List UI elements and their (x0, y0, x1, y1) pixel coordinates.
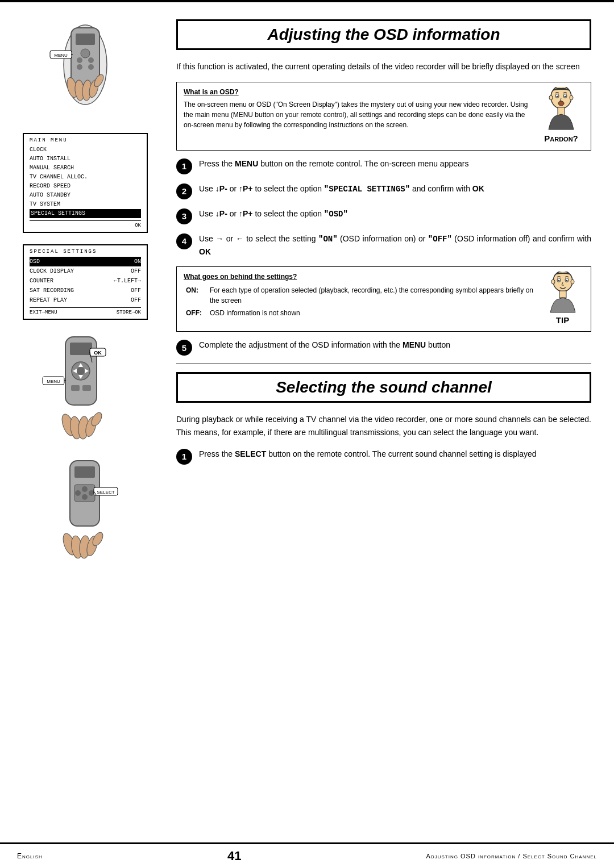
remote-hand-svg-2: OK MENU (40, 331, 131, 456)
svg-point-66 (551, 279, 555, 284)
pardon-box-text: What is an OSD? The on-screen menu or OS… (184, 87, 533, 130)
menu-item-auto-install: AUTO INSTALL (30, 155, 141, 164)
svg-text:OK: OK (94, 350, 102, 356)
page: MENU MAIN MENU CLOCK AUTO INSTALL MANUAL… (0, 0, 614, 868)
settings-counter-value: ←T.LEFT→ (114, 276, 141, 286)
section2-step1-number: 1 (176, 449, 192, 465)
settings-repeat-row: REPEAT PLAY OFF (30, 295, 141, 305)
settings-sat-value: OFF (131, 286, 141, 295)
tip-box-title: What goes on behind the settings? (184, 272, 536, 282)
tip-off-text: OSD information is not shown (208, 307, 536, 319)
settings-exit-label: EXIT→MENU (30, 310, 57, 315)
settings-footer: EXIT→MENU STORE→OK (30, 307, 141, 315)
svg-point-59 (570, 95, 573, 100)
settings-repeat-label: REPEAT PLAY (30, 295, 67, 305)
svg-text:SELECT: SELECT (97, 490, 114, 495)
svg-point-56 (564, 96, 566, 98)
step4: 4 Use → or ← to select the setting "ON" … (176, 232, 591, 258)
main-menu-title: MAIN MENU (30, 137, 141, 143)
menu-ok-label: OK (135, 223, 141, 228)
pardon-box-title: What is an OSD? (184, 87, 533, 97)
main-menu-footer: OK (30, 220, 141, 228)
svg-point-42 (75, 490, 81, 496)
settings-repeat-value: OFF (131, 295, 141, 305)
svg-rect-2 (76, 34, 95, 45)
menu-item-auto-standby: AUTO STANDBY (30, 191, 141, 200)
remote-menu-figure: MENU (48, 19, 122, 122)
section1-intro: If this function is activated, the curre… (176, 60, 591, 73)
svg-point-41 (82, 494, 88, 500)
svg-rect-30 (71, 385, 80, 391)
svg-rect-38 (74, 466, 95, 478)
svg-rect-68 (559, 291, 566, 298)
tip-off-label: OFF: (184, 307, 208, 319)
settings-sat-row: SAT RECORDING OFF (30, 286, 141, 295)
svg-point-40 (82, 486, 88, 492)
settings-store-label: STORE→OK (117, 310, 141, 315)
section-divider (176, 364, 591, 364)
pardon-character-svg (543, 87, 580, 132)
step5-text: Complete the adjustment of the OSD infor… (199, 339, 591, 351)
left-column: MENU MAIN MENU CLOCK AUTO INSTALL MANUAL… (0, 14, 165, 842)
tip-on-text: For each type of operation selected (pla… (208, 284, 536, 307)
content-area: MENU MAIN MENU CLOCK AUTO INSTALL MANUAL… (0, 2, 614, 842)
main-menu-box: MAIN MENU CLOCK AUTO INSTALL MANUAL SEAR… (23, 133, 148, 233)
step5: 5 Complete the adjustment of the OSD inf… (176, 339, 591, 356)
section2-step1: 1 Press the SELECT button on the remote … (176, 448, 591, 465)
step2-number: 2 (176, 183, 192, 199)
settings-clock-label: CLOCK DISPLAY (30, 266, 74, 276)
menu-item-tv-system: TV SYSTEM (30, 200, 141, 209)
svg-text:MENU: MENU (54, 53, 68, 58)
svg-point-4 (77, 57, 82, 63)
svg-point-23 (77, 367, 85, 375)
section2-intro: During playback or while receiving a TV … (176, 413, 591, 439)
step3: 3 Use ↓P- or ↑P+ to select the option "O… (176, 207, 591, 224)
step1-number: 1 (176, 158, 192, 174)
remote-hand-svg-3: SELECT (43, 456, 128, 570)
step1: 1 Press the MENU button on the remote co… (176, 157, 591, 174)
settings-osd-row: OSD ON (30, 257, 141, 266)
step4-text: Use → or ← to select the setting "ON" (O… (199, 232, 591, 258)
svg-point-5 (88, 57, 94, 63)
section2-title: Selecting the sound channel (176, 372, 591, 403)
step3-text: Use ↓P- or ↑P+ to select the option "OSD… (199, 207, 591, 220)
menu-item-clock: CLOCK (30, 145, 141, 155)
step4-number: 4 (176, 233, 192, 249)
settings-sat-label: SAT RECORDING (30, 286, 74, 295)
right-column: Adjusting the OSD information If this fu… (165, 14, 614, 842)
settings-osd-label: OSD (30, 257, 40, 266)
svg-point-63 (558, 279, 559, 281)
pardon-label: Pardon? (544, 132, 578, 145)
special-settings-title: SPECIAL SETTINGS (30, 249, 141, 254)
pardon-figure-area: Pardon? (538, 87, 584, 145)
svg-point-58 (549, 95, 553, 100)
step1-text: Press the MENU button on the remote cont… (199, 157, 591, 170)
tip-label: TIP (556, 314, 569, 327)
menu-item-manual-search: MANUAL SEARCH (30, 164, 141, 173)
tip-row-on: ON: For each type of operation selected … (184, 284, 536, 307)
section1-title: Adjusting the OSD information (176, 19, 591, 50)
remote-ok-figure: OK MENU (40, 331, 131, 456)
svg-point-57 (558, 101, 564, 106)
footer-language: English (17, 852, 43, 860)
step2: 2 Use ↓P- or ↑P+ to select the option "S… (176, 182, 591, 199)
svg-point-65 (566, 279, 567, 281)
svg-point-7 (88, 64, 94, 70)
step3-number: 3 (176, 208, 192, 224)
settings-osd-value: ON (134, 257, 141, 266)
remote-select-figure: SELECT (43, 456, 128, 570)
footer: English 41 Adjusting OSD information / S… (0, 842, 614, 868)
svg-rect-31 (82, 385, 91, 391)
tip-box-text: What goes on behind the settings? ON: Fo… (184, 272, 536, 319)
special-settings-box: SPECIAL SETTINGS OSD ON CLOCK DISPLAY OF… (23, 244, 148, 320)
tip-table: ON: For each type of operation selected … (184, 284, 536, 319)
tip-on-label: ON: (184, 284, 208, 307)
menu-item-record-speed: RECORD SPEED (30, 182, 141, 191)
step2-text: Use ↓P- or ↑P+ to select the option "SPE… (199, 182, 591, 195)
remote-hand-svg-1: MENU (48, 19, 122, 122)
svg-point-67 (571, 279, 574, 284)
svg-rect-17 (70, 343, 92, 355)
settings-clock-row: CLOCK DISPLAY OFF (30, 266, 141, 276)
section2-step1-text: Press the SELECT button on the remote co… (199, 448, 591, 460)
menu-item-special-settings: SPECIAL SETTINGS (30, 209, 141, 218)
